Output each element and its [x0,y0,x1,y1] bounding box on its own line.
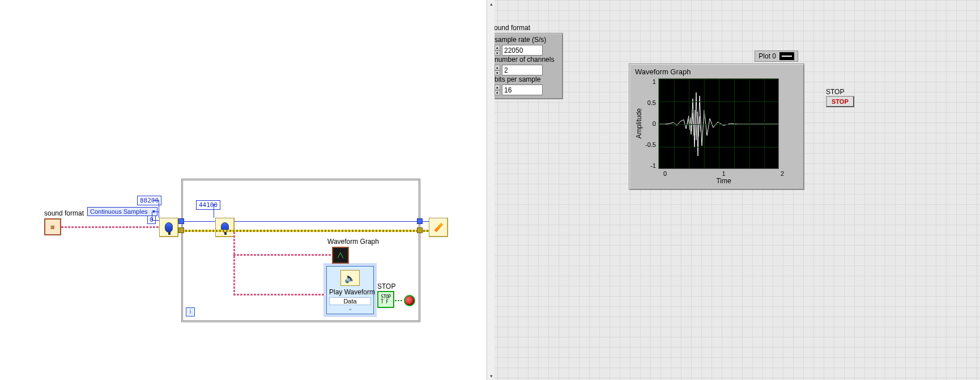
speaker-icon: 🔈 [344,273,356,284]
sound-format-terminal[interactable]: ▦ [44,218,61,235]
tunnel [178,227,184,233]
plot-area[interactable] [658,78,779,169]
channels-label: number of channels [495,56,559,64]
pencil-icon [434,223,443,233]
tunnel [417,218,423,224]
loop-condition-terminal[interactable] [404,295,415,306]
sound-format-label: sound format [44,209,84,217]
x-axis-label: Time [663,177,784,185]
sound-input-configure-node[interactable] [159,218,178,237]
waveform-graph-bd-label: Waveform Graph [327,238,379,246]
sound-input-clear-node[interactable] [429,218,448,237]
channels-input[interactable] [502,65,543,75]
wire [422,221,429,222]
sample-rate-spinner[interactable]: ▴▾ [495,45,500,56]
microphone-icon [165,222,173,233]
play-waveform-express-vi[interactable]: 🔈 Play Waveform Data ⌄ [326,266,374,314]
waveform-trace [659,79,779,169]
loop-iteration-terminal[interactable]: i [186,307,195,316]
stop-caption: STOP [826,88,854,96]
y-axis-label: Amplitude [635,108,643,138]
sound-format-caption: sound format [491,24,530,32]
sample-rate-label: sample rate (S/s) [495,36,559,44]
plot-legend[interactable]: Plot 0 [755,50,798,62]
x-axis-ticks: 0 1 2 [663,170,784,177]
play-waveform-title: Play Waveform [329,288,371,296]
tunnel [417,227,423,233]
bits-label: bits per sample [495,75,559,83]
front-panel-pane[interactable]: sound format sample rate (S/s) ▴▾ number… [487,0,980,380]
tunnel [178,218,184,224]
waveform-graph[interactable]: Plot 0 Waveform Graph Amplitude 1 0.5 0 … [629,64,804,190]
plot-legend-label: Plot 0 [759,52,776,60]
scroll-up-icon[interactable]: ▴ [487,0,495,8]
sample-mode-enum[interactable]: Continuous Samples [87,207,157,216]
stop-terminal[interactable]: STOPT F [377,291,394,308]
bits-spinner[interactable]: ▴▾ [495,85,500,95]
stop-bd-label: STOP [377,282,395,290]
sample-rate-input[interactable] [502,45,543,56]
cluster-icon: ▦ [50,225,55,230]
play-waveform-data-row[interactable]: Data [329,297,371,305]
sound-input-read-node[interactable] [215,218,235,237]
bits-input[interactable] [502,85,543,95]
waveform-graph-title: Waveform Graph [635,67,798,76]
stop-button[interactable]: STOP [826,96,854,107]
graph-icon: ╱╲ [338,253,343,258]
plot-legend-swatch[interactable] [779,52,794,60]
stop-terminal-text: STOPT F [381,294,390,305]
chevron-down-icon[interactable]: ⌄ [329,305,371,311]
constant-zero[interactable]: 0 [147,216,156,224]
y-axis-ticks: 1 0.5 0 -0.5 -1 [645,78,658,169]
microphone-icon [221,222,229,233]
channels-spinner[interactable]: ▴▾ [495,65,500,75]
wire [61,226,159,228]
scroll-down-icon[interactable]: ▾ [487,372,495,380]
vertical-scrollbar[interactable]: ▴ ▾ [487,0,495,380]
sound-format-cluster[interactable]: sample rate (S/s) ▴▾ number of channels … [491,33,563,99]
stop-control: STOP STOP [826,88,854,107]
constant-buffer[interactable]: 88200 [137,196,161,205]
block-diagram-pane[interactable]: ▴ ▾ sound format ▦ 88200 Continuous Samp… [0,0,487,380]
waveform-graph-terminal[interactable]: ╱╲ [332,247,349,264]
